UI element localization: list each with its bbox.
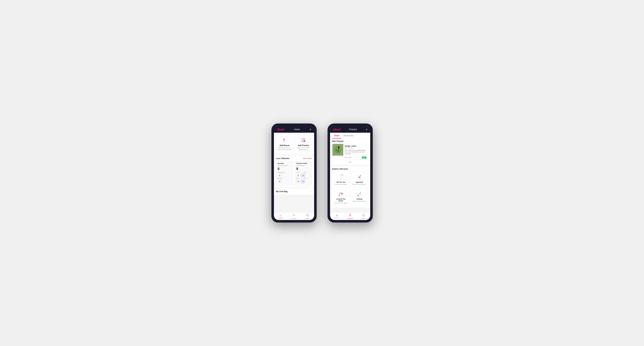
nav-activities[interactable]: Activities [287,214,301,219]
approach-desc: Dial-in to hit the green [353,183,366,185]
putting-desc: Make and lag practice [353,200,366,202]
activity-section: Last 3 Months View Activity Rounds Round… [274,156,314,187]
dot-3 [351,162,352,163]
practice-label: Practice [278,178,292,179]
drill-description: Play 1 shot at each target yardage. If y… [345,149,366,155]
activities-icon [292,214,296,217]
view-activity-link[interactable]: View Activity [303,158,312,159]
nav-home[interactable]: ⌂ Home [274,214,287,219]
approach-title: Approach [356,181,363,183]
app-badge: APP [362,157,366,159]
add-round-icon [282,137,287,143]
practice-home-nav-label: Home [335,217,338,219]
app-value: 4 [301,174,305,177]
add-round-title: Add Round [280,145,289,147]
drills-title: Practice Drills [296,163,310,164]
putting-card[interactable]: Putting Make and lag practice [351,188,368,206]
practice-content: Most Popular [330,139,370,212]
tournament-value-row: 0 [278,174,292,177]
home-content: Add Round Record your shots in fast or e… [274,133,314,212]
svg-point-22 [340,178,342,180]
golf-bag-section[interactable]: My Golf Bag › [274,188,314,194]
drill-info: Wedge Ladder 50–100 yds Play 1 shot at e… [343,144,368,156]
rounds-title: Rounds [278,163,292,164]
arg-label: ARG [296,178,303,179]
drill-title: Wedge Ladder [345,145,366,147]
most-popular-section: Most Popular [330,139,370,165]
svg-point-33 [340,192,341,193]
nav-capture[interactable]: Capture [301,214,314,219]
rounds-total: 0 [278,167,292,171]
practice-activities-icon [349,214,352,217]
practice-capture-nav-label: Capture [361,218,366,219]
ott-app-values: 0 4 [296,174,310,177]
around-the-green-card[interactable]: Around The Green Hone your short game [332,188,350,206]
rounds-block: Rounds Rounds Capture 0 Tournament 0 Pra… [276,161,293,185]
favorite-star-icon[interactable]: ☆ [365,145,367,147]
svg-point-41 [350,214,350,215]
svg-point-40 [359,196,360,197]
svg-point-32 [339,195,340,196]
drills-block: Practice Drills Drills Capture 8 OTT APP… [295,161,312,185]
practice-nav-activities[interactable]: Activities [344,214,357,219]
app-logo: clippd [277,128,284,131]
tab-favourites[interactable]: Favourites [342,133,356,139]
svg-point-30 [359,177,360,178]
practice-row: Practice [278,178,292,179]
stats-container: Rounds Rounds Capture 0 Tournament 0 Pra… [276,161,312,185]
drill-image [332,144,343,156]
practice-header-title: Practice [349,128,357,131]
svg-point-34 [342,193,343,194]
add-practice-desc: Capture your practice off-the-course [296,147,311,151]
tournament-row: Tournament [278,172,292,173]
svg-point-15 [338,146,340,148]
ott-value: 0 [296,174,300,177]
activities-nav-label: Activities [291,218,297,219]
svg-marker-2 [284,139,285,140]
arg-putt-row: ARG PUTT [296,178,310,179]
off-the-tee-title: Off The Tee [336,181,345,183]
capture-nav-label: Capture [305,218,310,219]
add-practice-icon [301,137,306,143]
add-round-desc: Record your shots in fast or enhanced mo… [277,147,292,151]
tab-drills[interactable]: Drills [332,133,342,139]
svg-point-14 [334,146,342,153]
practice-capture-icon [362,214,365,217]
off-the-tee-desc: Power and accuracy [335,183,347,185]
dot-2 [350,162,350,163]
add-round-card[interactable]: Add Round Record your shots in fast or e… [276,135,293,153]
wedge-ladder-card[interactable]: Wedge Ladder 50–100 yds Play 1 shot at e… [332,144,368,160]
golf-bag-title: My Golf Bag [276,190,288,192]
ott-app-row: OTT APP [296,172,310,173]
approach-card[interactable]: Approach Dial-in to hit the green [351,171,368,187]
off-the-tee-card[interactable]: Off The Tee Power and accuracy [332,171,350,187]
putt-value: 4 [301,180,305,183]
practice-nav-capture[interactable]: Capture [357,214,370,219]
drills-capture-label: Drills Capture [296,165,310,166]
svg-point-0 [282,141,286,142]
practice-nav-home[interactable]: ⌂ Home [330,214,344,219]
phone-home: clippd Home ≡ Add Round Record your [272,124,317,222]
skill-areas-title: Explore skill areas [332,168,368,170]
dot-1 [348,162,349,163]
rounds-capture-label: Rounds Capture [278,165,292,166]
add-practice-card[interactable]: Add Practice Capture your practice off-t… [295,135,312,153]
header-title: Home [294,128,300,131]
svg-point-39 [361,194,362,194]
approach-icon [356,173,363,180]
tabs-bar: Drills Favourites [330,133,370,139]
svg-point-27 [360,175,361,175]
drill-footer: 9 shots APP [343,156,368,159]
arg-putt-values: 0 4 [296,180,310,183]
around-the-green-title: Around The Green [334,198,348,202]
svg-point-29 [360,176,360,177]
practice-menu-icon[interactable]: ≡ [366,128,367,131]
capture-icon [306,214,309,217]
practice-activities-nav-label: Activities [347,218,353,219]
drill-distance: 50–100 yds [345,147,366,149]
most-popular-title: Most Popular [332,140,368,142]
home-nav-label: Home [279,217,282,219]
around-the-green-desc: Hone your short game [334,202,348,204]
menu-icon[interactable]: ≡ [310,128,311,131]
app-label: APP [304,172,310,173]
